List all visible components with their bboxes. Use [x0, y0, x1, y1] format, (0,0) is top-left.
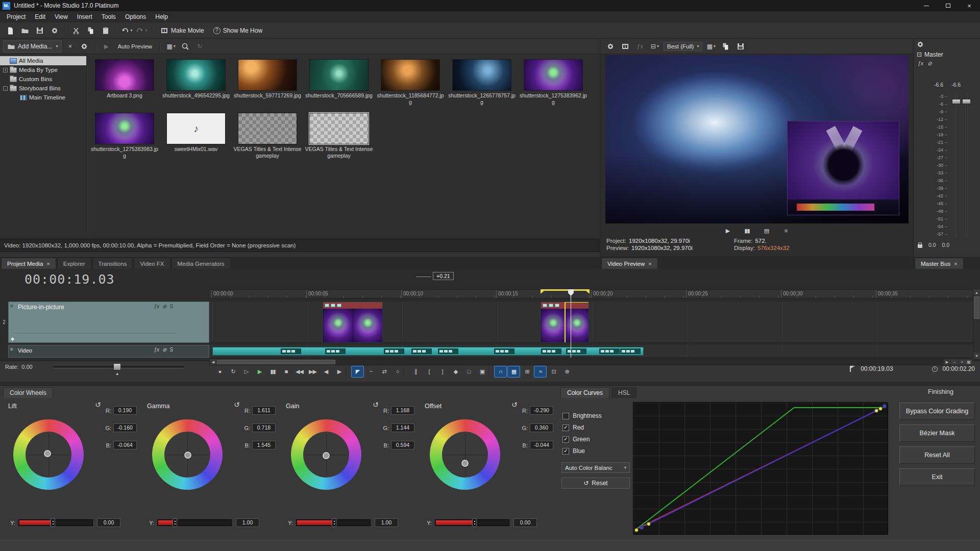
- event-buttons-chip[interactable]: [438, 348, 458, 354]
- track-menu-icon[interactable]: ≡: [10, 346, 13, 352]
- media-item[interactable]: ♪ sweetHMix01.wav: [162, 113, 230, 159]
- play-from-start-button[interactable]: ▷: [240, 366, 253, 378]
- media-properties-button[interactable]: [78, 41, 90, 52]
- cut-button[interactable]: [69, 24, 83, 37]
- track-header-video[interactable]: ≡ Video ƒx ⊘ S: [0, 345, 209, 358]
- play-button[interactable]: ▶: [253, 366, 266, 378]
- close-button[interactable]: ×: [959, 0, 980, 11]
- track-level-slider[interactable]: [13, 333, 176, 334]
- lock-icon[interactable]: [918, 244, 922, 248]
- track-lane-video[interactable]: [209, 345, 972, 358]
- fader-track[interactable]: [955, 94, 957, 237]
- rate-value[interactable]: 0.00: [21, 364, 32, 370]
- separator[interactable]: [404, 367, 409, 376]
- channel-checkbox[interactable]: ✓ Red: [562, 424, 602, 431]
- save-project-button[interactable]: [33, 24, 46, 37]
- luma-slider-handle[interactable]: [173, 518, 177, 527]
- blue-value-field[interactable]: -0.044: [530, 441, 553, 449]
- normal-edit-tool-button[interactable]: ◤: [351, 366, 364, 378]
- refresh-button[interactable]: ↻: [193, 41, 206, 52]
- master-bypass-button[interactable]: ⊘: [927, 60, 932, 66]
- wheel-reset-button[interactable]: ↺: [234, 400, 240, 409]
- track-menu-icon[interactable]: ≡: [10, 303, 13, 309]
- selection-length-field[interactable]: 00:00:02.20: [943, 365, 975, 372]
- close-tab-icon[interactable]: ×: [954, 261, 957, 267]
- checkbox[interactable]: ✓: [562, 436, 569, 443]
- color-wheel[interactable]: [13, 419, 84, 490]
- preview-quality-dropdown[interactable]: Best (Full) ▾: [664, 42, 702, 51]
- rate-slider-handle[interactable]: [113, 363, 121, 370]
- media-thumbnail[interactable]: ♪: [452, 59, 511, 91]
- media-bin-item[interactable]: - Storyboard Bins: [0, 84, 86, 93]
- track-bypass-icon[interactable]: ⊘: [162, 347, 166, 353]
- event-buttons-chip[interactable]: [494, 348, 514, 354]
- luma-value-field[interactable]: 0.00: [97, 518, 120, 527]
- menu-item[interactable]: Insert: [72, 12, 97, 22]
- event-buttons-chip[interactable]: [620, 348, 641, 354]
- event-buttons-chip[interactable]: [281, 348, 301, 354]
- separator[interactable]: [346, 367, 351, 376]
- video-output-fx-button[interactable]: ƒx: [634, 41, 646, 52]
- close-tab-icon[interactable]: ×: [46, 261, 50, 267]
- master-settings-button[interactable]: [916, 40, 924, 48]
- track-bypass-icon[interactable]: ⊘: [162, 304, 166, 309]
- media-thumbnail[interactable]: ♪: [95, 59, 154, 91]
- panel-tab[interactable]: Transitions: [92, 258, 133, 269]
- menu-item[interactable]: Edit: [30, 12, 50, 22]
- snap-to-grid-button[interactable]: ▦: [507, 366, 520, 378]
- view-mode-button[interactable]: ▦▾: [165, 41, 177, 52]
- scrollbar-thumb[interactable]: [974, 296, 979, 319]
- luma-slider-handle[interactable]: [332, 518, 336, 527]
- redo-button[interactable]: ▾: [135, 24, 149, 37]
- panel-tab[interactable]: Video FX: [134, 258, 170, 269]
- finishing-button[interactable]: Exit: [899, 468, 975, 486]
- split-event-button[interactable]: ∥: [409, 366, 422, 378]
- timeline-clip-selected[interactable]: [541, 302, 589, 343]
- media-bin-item[interactable]: Main Timeline: [0, 93, 86, 102]
- event-buttons-chip[interactable]: [384, 348, 404, 354]
- wheel-reset-button[interactable]: ↺: [95, 400, 101, 409]
- split-screen-view-button[interactable]: ⊟▾: [649, 41, 661, 52]
- media-thumbnail[interactable]: ♪: [166, 59, 226, 91]
- undo-button[interactable]: ▾: [120, 24, 134, 37]
- scroll-down-icon[interactable]: ▼: [973, 353, 980, 359]
- event-buttons-chip[interactable]: [566, 348, 586, 354]
- menu-item[interactable]: Tools: [97, 12, 120, 22]
- preview-play-button[interactable]: ▶: [722, 226, 734, 236]
- finishing-button[interactable]: Bézier Mask: [899, 424, 975, 442]
- copy-button[interactable]: [84, 24, 97, 37]
- auto-color-balance-dropdown[interactable]: Auto Color Balanc ▾: [561, 462, 630, 473]
- zoom-edit-tool-button[interactable]: ○: [391, 366, 404, 378]
- green-value-field[interactable]: 0.360: [530, 423, 553, 432]
- fader-value[interactable]: -6.6: [934, 82, 943, 88]
- master-fx-button[interactable]: ƒx: [918, 60, 923, 66]
- media-item[interactable]: ♪ shutterstock_496542295.jpg: [162, 59, 230, 106]
- timeline-ruler[interactable]: 00:00:0000:00:0500:00:1000:00:1500:00:20…: [209, 289, 972, 298]
- track-name[interactable]: Video: [18, 347, 32, 354]
- composite-mode-icon[interactable]: ◆: [11, 336, 14, 341]
- media-item[interactable]: ♪ shutterstock_1185684772.jpg: [376, 59, 445, 106]
- color-wheel[interactable]: [430, 419, 500, 490]
- tree-expander-icon[interactable]: -: [3, 86, 8, 91]
- save-snapshot-button[interactable]: [734, 41, 747, 52]
- fader-handle[interactable]: [952, 99, 961, 104]
- minimize-button[interactable]: [916, 0, 937, 11]
- menu-item[interactable]: Options: [120, 12, 151, 22]
- add-media-button[interactable]: Add Media... ▾: [3, 40, 62, 53]
- menu-item[interactable]: View: [50, 12, 72, 22]
- media-item[interactable]: ♪ VEGAS Titles & Text Intense gameplay: [305, 113, 373, 159]
- event-buttons-chip[interactable]: [325, 348, 346, 354]
- luma-value-field[interactable]: 1.00: [375, 518, 398, 527]
- show-me-how-button[interactable]: ? Show Me How: [209, 26, 266, 36]
- maximize-button[interactable]: [937, 0, 959, 11]
- envelope-edit-tool-button[interactable]: ~: [364, 366, 377, 378]
- tree-expander-icon[interactable]: +: [3, 68, 8, 72]
- color-wheel[interactable]: [291, 419, 361, 490]
- media-bin-item[interactable]: Custom Bins: [0, 74, 86, 84]
- new-project-button[interactable]: [3, 24, 17, 37]
- finishing-button[interactable]: Bypass Color Grading: [899, 403, 975, 420]
- blue-value-field[interactable]: -0.064: [113, 441, 137, 449]
- go-to-start-button[interactable]: ◀◀: [293, 366, 306, 378]
- previous-frame-button[interactable]: ◀: [320, 366, 332, 378]
- preview-settings-button[interactable]: [604, 41, 617, 52]
